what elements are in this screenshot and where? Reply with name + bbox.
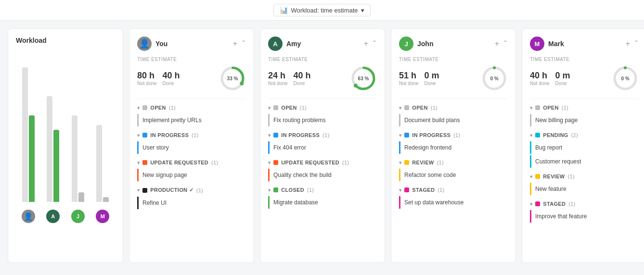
avatar-amy-small: A xyxy=(46,210,60,223)
person-header: M Mark + ⌃ xyxy=(530,37,639,51)
task-item[interactable]: Set up data warehouse xyxy=(399,196,508,209)
add-button[interactable]: + xyxy=(495,39,499,48)
task-item[interactable]: Document build plans xyxy=(399,114,508,126)
person-column-john: J John + ⌃ TIME ESTIMATE 51 h Not done 0… xyxy=(391,28,516,263)
collapse-button[interactable]: ⌃ xyxy=(503,39,508,48)
person-info: J John xyxy=(399,37,433,51)
task-group-update-requested: ▾ UPDATE REQUESTED (1) New signup page xyxy=(137,158,246,181)
task-item[interactable]: Refactor some code xyxy=(399,169,508,181)
group-header[interactable]: ▾ UPDATE REQUESTED (1) xyxy=(137,158,246,167)
task-item[interactable]: Migrate database xyxy=(268,196,377,209)
task-item[interactable]: Implement pretty URLs xyxy=(137,114,246,126)
bar-group-amy xyxy=(47,52,59,202)
workload-label: Workload: time estimate xyxy=(291,7,358,14)
chevron-icon: ▾ xyxy=(268,133,270,138)
person-column-you: 👤 You + ⌃ TIME ESTIMATE 80 h Not done 40… xyxy=(129,28,254,263)
te-not-done-value: 24 h xyxy=(268,71,288,81)
task-item[interactable]: New feature xyxy=(530,183,639,195)
main-content: Workload xyxy=(0,21,644,271)
chevron-icon: ▾ xyxy=(137,105,140,111)
add-button[interactable]: + xyxy=(364,39,368,48)
task-item[interactable]: User story xyxy=(137,141,246,154)
group-dot xyxy=(273,160,278,165)
group-header[interactable]: ▾ STAGED (1) xyxy=(399,185,508,195)
add-button[interactable]: + xyxy=(233,39,237,48)
te-done-value: 40 h xyxy=(294,71,311,81)
person-column-mark: M Mark + ⌃ TIME ESTIMATE 40 h Not done 0… xyxy=(522,28,644,263)
task-item[interactable]: Bug report xyxy=(530,141,639,154)
group-name: CLOSED xyxy=(281,187,304,193)
task-item[interactable]: Quality check the build xyxy=(268,169,377,181)
task-item[interactable]: Redesign frontend xyxy=(399,141,508,154)
group-name: IN PROGRESS xyxy=(150,132,189,138)
group-header[interactable]: ▾ REVIEW (1) xyxy=(530,172,639,181)
workload-button[interactable]: 📊 Workload: time estimate ▾ xyxy=(273,4,370,16)
group-dot xyxy=(273,105,278,110)
group-dot xyxy=(535,105,540,110)
chevron-icon: ▾ xyxy=(530,133,532,138)
group-header[interactable]: ▾ PRODUCTION ✓ (1) xyxy=(137,185,246,195)
task-item[interactable]: New billing page xyxy=(530,114,639,126)
task-item[interactable]: New signup page xyxy=(137,169,246,181)
group-name: STAGED xyxy=(543,201,566,207)
task-group-open: ▾ OPEN (1) Document build plans xyxy=(399,103,508,126)
task-item[interactable]: Fix routing problems xyxy=(268,114,377,126)
task-item[interactable]: Customer request xyxy=(530,155,639,168)
collapse-button[interactable]: ⌃ xyxy=(372,39,377,48)
group-name: OPEN xyxy=(412,105,427,111)
group-header[interactable]: ▾ PENDING (2) xyxy=(530,130,639,140)
group-count: (1) xyxy=(342,160,349,165)
group-header[interactable]: ▾ IN PROGRESS (1) xyxy=(268,130,377,140)
group-name: OPEN xyxy=(150,105,166,111)
group-header[interactable]: ▾ IN PROGRESS (1) xyxy=(399,130,508,140)
group-count: (1) xyxy=(438,187,444,193)
group-header[interactable]: ▾ STAGED (1) xyxy=(530,199,639,209)
task-item[interactable]: Refine UI xyxy=(137,197,246,209)
task-group-staged: ▾ STAGED (1) Set up data warehouse xyxy=(399,185,508,209)
group-header[interactable]: ▾ UPDATE REQUESTED (1) xyxy=(268,158,377,167)
group-dot xyxy=(535,174,540,179)
group-header[interactable]: ▾ OPEN (1) xyxy=(530,103,639,112)
group-header[interactable]: ▾ OPEN (1) xyxy=(268,103,377,112)
collapse-button[interactable]: ⌃ xyxy=(241,39,246,48)
person-header: J John + ⌃ xyxy=(399,37,508,51)
person-header: 👤 You + ⌃ xyxy=(137,37,246,51)
task-group-production: ▾ PRODUCTION ✓ (1) Refine UI xyxy=(137,185,246,209)
group-header[interactable]: ▾ REVIEW (1) xyxy=(399,158,508,167)
person-name: John xyxy=(417,40,433,48)
te-not-done: 24 h Not done xyxy=(268,71,288,87)
workload-title: Workload xyxy=(16,37,115,44)
group-count: (1) xyxy=(568,174,575,179)
person-name: Amy xyxy=(286,40,301,48)
group-dot xyxy=(142,160,147,165)
chevron-icon: ▾ xyxy=(399,105,401,111)
group-header[interactable]: ▾ CLOSED (1) xyxy=(268,185,377,195)
group-header[interactable]: ▾ OPEN (1) xyxy=(137,103,246,112)
te-done: 0 m Done xyxy=(555,71,570,87)
group-name: OPEN xyxy=(281,105,296,111)
person-info: 👤 You xyxy=(137,37,167,51)
donut-chart: 63 % xyxy=(350,65,377,92)
task-group-open: ▾ OPEN (1) Implement pretty URLs xyxy=(137,103,246,126)
group-dot xyxy=(535,133,540,138)
avatar-mark: M xyxy=(530,37,544,51)
chevron-icon: ▾ xyxy=(137,133,140,138)
group-dot xyxy=(142,105,147,110)
person-name: You xyxy=(155,40,167,48)
task-item[interactable]: Improve that feature xyxy=(530,210,639,223)
collapse-button[interactable]: ⌃ xyxy=(634,39,639,48)
task-item[interactable]: Fix 404 error xyxy=(268,141,377,154)
group-header[interactable]: ▾ IN PROGRESS (1) xyxy=(137,130,246,140)
task-group-review: ▾ REVIEW (1) Refactor some code xyxy=(399,158,508,181)
task-group-pending: ▾ PENDING (2) Bug report Customer reques… xyxy=(530,130,639,168)
te-done: 0 m Done xyxy=(425,71,439,87)
te-label: TIME ESTIMATE xyxy=(268,57,377,62)
chevron-icon: ▾ xyxy=(530,105,532,111)
group-count: (1) xyxy=(453,132,460,138)
group-dot xyxy=(273,133,278,138)
task-group-review: ▾ REVIEW (1) New feature xyxy=(530,172,639,195)
top-bar: 📊 Workload: time estimate ▾ xyxy=(0,0,644,21)
person-header: A Amy + ⌃ xyxy=(268,37,377,51)
add-button[interactable]: + xyxy=(626,39,630,48)
group-header[interactable]: ▾ OPEN (1) xyxy=(399,103,508,112)
